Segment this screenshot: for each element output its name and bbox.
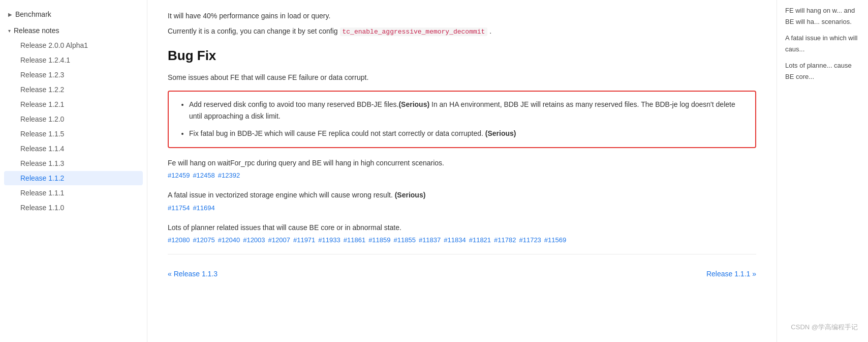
sidebar-item-release-1-2-1[interactable]: Release 1.2.1 [4, 97, 143, 111]
issue-block-0: Fe will hang on waitFor_rpc during query… [168, 157, 756, 179]
issue-link-11933[interactable]: #11933 [318, 236, 340, 244]
main-content: It will have 40% performance gains in lo… [147, 0, 777, 342]
release-notes-label: Release notes [14, 26, 59, 35]
sidebar-item-release-2-0-0-alpha1[interactable]: Release 2.0.0 Alpha1 [4, 38, 143, 52]
sidebar-item-release-1-1-5[interactable]: Release 1.1.5 [4, 127, 143, 141]
benchmark-section: ▶ Benchmark [0, 7, 147, 21]
issue-link-12003[interactable]: #12003 [243, 236, 265, 244]
hi1-prefix: Add reserved disk config to avoid too ma… [189, 100, 398, 108]
issue-desc-1: A fatal issue in vectorized storage engi… [168, 189, 756, 201]
benchmark-label: Benchmark [15, 10, 51, 18]
hi2-serious: (Serious) [485, 129, 516, 137]
issue-link-11837[interactable]: #11837 [419, 236, 441, 244]
release-notes-section: ▾ Release notes Release 2.0.0 Alpha1Rele… [0, 23, 147, 215]
benchmark-header[interactable]: ▶ Benchmark [0, 7, 147, 21]
sidebar-item-release-1-2-4-1[interactable]: Release 1.2.4.1 [4, 53, 143, 67]
issues-container: Fe will hang on waitFor_rpc during query… [168, 157, 756, 244]
bug-fix-title: Bug Fix [168, 48, 756, 64]
issue-link-11569[interactable]: #11569 [544, 236, 566, 244]
issue-link-12080[interactable]: #12080 [168, 236, 190, 244]
section-desc: Some issues about FE that will cause FE … [168, 72, 756, 83]
sidebar-item-release-1-2-3[interactable]: Release 1.2.3 [4, 68, 143, 82]
issue-link-11859[interactable]: #11859 [368, 236, 390, 244]
highlighted-list: Add reserved disk config to avoid too ma… [179, 99, 745, 140]
intro-line2: Currently it is a config, you can change… [168, 25, 756, 38]
issue-link-12392[interactable]: #12392 [218, 172, 240, 179]
hi2-prefix: Fix fatal bug in BDB-JE which will cause… [189, 129, 485, 137]
prev-link[interactable]: « Release 1.1.3 [168, 270, 218, 278]
issue-link-11855[interactable]: #11855 [394, 236, 416, 244]
intro-line2-prefix: Currently it is a config, you can change… [168, 27, 338, 35]
issue-link-11861[interactable]: #11861 [344, 236, 365, 244]
sidebar-item-release-1-1-2[interactable]: Release 1.1.2 [4, 171, 143, 185]
issue-link-11782[interactable]: #11782 [494, 236, 516, 244]
nav-footer: « Release 1.1.3 Release 1.1.1 » [168, 265, 756, 278]
issue-link-12007[interactable]: #12007 [268, 236, 290, 244]
issue-block-2: Lots of planner related issues that will… [168, 222, 756, 244]
issue-link-11834[interactable]: #11834 [444, 236, 466, 244]
chevron-right-icon: ▶ [8, 12, 12, 17]
issue-links-2: #12080#12075#12040#12003#12007#11971#119… [168, 236, 756, 244]
issue-block-1: A fatal issue in vectorized storage engi… [168, 189, 756, 211]
issue-links-0: #12459#12458#12392 [168, 172, 756, 179]
chevron-down-icon: ▾ [8, 28, 11, 34]
sidebar-item-release-1-1-0[interactable]: Release 1.1.0 [4, 201, 143, 215]
issue-links-1: #11754#11694 [168, 204, 756, 212]
right-panel: FE will hang on w... and BE will ha... s… [777, 0, 868, 342]
intro-line2-suffix: . [489, 27, 491, 35]
issue-link-11754[interactable]: #11754 [168, 204, 190, 212]
highlighted-item-2: Fix fatal bug in BDB-JE which will cause… [189, 128, 745, 140]
hi1-serious: (Serious) [398, 100, 429, 108]
release-notes-header[interactable]: ▾ Release notes [0, 23, 147, 38]
issue-link-12458[interactable]: #12458 [193, 172, 214, 179]
issue-link-11694[interactable]: #11694 [193, 204, 214, 212]
issue-link-11723[interactable]: #11723 [519, 236, 541, 244]
rp-line2: A fatal issue in which will caus... [785, 33, 860, 55]
intro-code: tc_enable_aggressive_memory_decommit [340, 27, 488, 36]
sidebar: ▶ Benchmark ▾ Release notes Release 2.0.… [0, 0, 147, 342]
release-notes-items: Release 2.0.0 Alpha1Release 1.2.4.1Relea… [0, 38, 147, 215]
rp-line1: FE will hang on w... and BE will ha... s… [785, 5, 860, 27]
issue-desc-2: Lots of planner related issues that will… [168, 222, 756, 233]
next-link[interactable]: Release 1.1.1 » [706, 270, 756, 278]
issue-link-12040[interactable]: #12040 [218, 236, 240, 244]
sidebar-item-release-1-2-2[interactable]: Release 1.2.2 [4, 82, 143, 97]
page-divider [168, 254, 756, 254]
issue-link-12459[interactable]: #12459 [168, 172, 190, 179]
issue-link-11971[interactable]: #11971 [293, 236, 315, 244]
issue-desc-0: Fe will hang on waitFor_rpc during query… [168, 157, 756, 168]
sidebar-item-release-1-1-3[interactable]: Release 1.1.3 [4, 156, 143, 170]
sidebar-item-release-1-2-0[interactable]: Release 1.2.0 [4, 112, 143, 126]
sidebar-item-release-1-1-1[interactable]: Release 1.1.1 [4, 186, 143, 200]
highlighted-item-1: Add reserved disk config to avoid too ma… [189, 99, 745, 123]
rp-line3: Lots of planne... cause BE core... [785, 60, 860, 82]
highlighted-box: Add reserved disk config to avoid too ma… [168, 91, 756, 148]
sidebar-item-release-1-1-4[interactable]: Release 1.1.4 [4, 141, 143, 156]
issue-link-11821[interactable]: #11821 [469, 236, 491, 244]
issue-link-12075[interactable]: #12075 [193, 236, 214, 244]
intro-line1: It will have 40% performance gains in lo… [168, 10, 756, 21]
